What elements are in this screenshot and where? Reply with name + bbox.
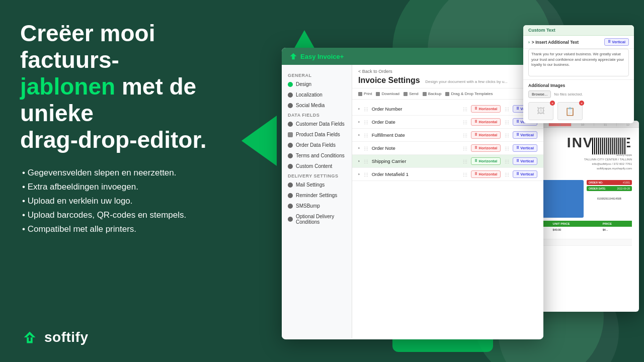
drag-handle-6[interactable] bbox=[364, 172, 368, 176]
tag-horizontal-1[interactable]: ⠿ Horizontal bbox=[471, 105, 501, 113]
tag-horizontal-3[interactable]: ⠿ Horizontal bbox=[471, 131, 501, 139]
tag-vertical-4[interactable]: ⠿ Vertical bbox=[513, 144, 537, 152]
sidebar-item-terms[interactable]: Terms and Conditions bbox=[282, 150, 352, 161]
tag-vertical-6[interactable]: ⠿ Vertical bbox=[513, 170, 537, 178]
tag-horizontal-4[interactable]: ⠿ Horizontal bbox=[471, 144, 501, 152]
field-arrow-1: › bbox=[358, 107, 360, 111]
field-arrow-3: › bbox=[358, 133, 360, 137]
customer-icon bbox=[288, 122, 293, 127]
custom-text-panel: Custom Text › > Insert Additional Text ⠿… bbox=[523, 25, 634, 123]
tag-vertical-5[interactable]: ⠿ Vertical bbox=[513, 157, 537, 165]
field-arrow-4: › bbox=[358, 146, 360, 150]
toolbar-send[interactable]: Send bbox=[404, 92, 419, 96]
drag-handle-2[interactable] bbox=[364, 120, 368, 124]
field-row-order-metafield[interactable]: › Order Metafield 1 ⠿ Horizontal ⠿ Verti… bbox=[352, 168, 543, 181]
sidebar-item-custom[interactable]: Custom Content bbox=[282, 161, 352, 171]
custom-text-insert-label: › > Insert Additional Text bbox=[528, 40, 579, 45]
cell-price-1: $4... bbox=[601, 227, 632, 239]
field-row-order-number[interactable]: › Order Number ⠿ Horizontal ⠿ Vertical bbox=[352, 103, 543, 116]
field-name-order-date: Order Date bbox=[372, 119, 459, 125]
sidebar-item-customer[interactable]: Customer Data Fields bbox=[282, 119, 352, 129]
custom-text-vertical-tag[interactable]: ⠿ Vertical bbox=[604, 38, 629, 46]
dot-grid-4a bbox=[463, 146, 467, 150]
additional-images-section: Additional Images Browse... No files sel… bbox=[523, 79, 634, 123]
order-no-value: #1001 bbox=[623, 181, 630, 184]
sidebar-item-smsbump[interactable]: SMSBump bbox=[282, 201, 352, 211]
product-icon bbox=[288, 132, 293, 137]
sidebar-item-mail[interactable]: Mail Settings bbox=[282, 179, 352, 190]
sidebar-section-general: General bbox=[282, 71, 352, 79]
dot-grid-2b bbox=[505, 120, 509, 124]
back-nav[interactable]: < Back to Orders bbox=[352, 65, 543, 75]
custom-text-header: Custom Text bbox=[523, 25, 634, 36]
thumb-icon-1: 🖼 bbox=[537, 107, 545, 116]
field-row-shipping-carrier[interactable]: › Shipping Carrier ⠿ Horizontal ⠿ Vertic… bbox=[352, 155, 543, 168]
tag-horizontal-5[interactable]: ⠿ Horizontal bbox=[471, 157, 501, 165]
drag-handle-4[interactable] bbox=[364, 146, 368, 150]
delete-image-2[interactable]: × bbox=[579, 101, 584, 106]
toolbar-download[interactable]: Download bbox=[376, 92, 399, 96]
additional-images-label: Additional Images bbox=[528, 83, 629, 88]
order-date-value: 2022-09-28 bbox=[617, 187, 630, 190]
field-row-order-date[interactable]: › Order Date ⠿ Horizontal ⠿ Vertical bbox=[352, 116, 543, 129]
sidebar-item-design[interactable]: Design bbox=[282, 79, 352, 89]
softify-logo: softify bbox=[20, 328, 89, 347]
sidebar-item-delivery-conditions[interactable]: Optional Delivery Conditions bbox=[282, 211, 352, 227]
sidebar-item-social-media[interactable]: Social Media bbox=[282, 100, 352, 111]
order-no-label: ORDER NO: bbox=[589, 181, 603, 184]
thumb-icon-2: 📋 bbox=[565, 107, 575, 116]
field-name-shipping-carrier: Shipping Carrier bbox=[372, 158, 459, 164]
cell-unit-1: $40.00 bbox=[551, 227, 601, 239]
toolbar-print[interactable]: Print bbox=[358, 92, 372, 96]
no-files-label: No files selected. bbox=[554, 92, 583, 97]
mail-icon bbox=[288, 183, 293, 188]
drag-handle-3[interactable] bbox=[364, 133, 368, 137]
dot-grid-4b bbox=[505, 146, 509, 150]
tag-vertical-3[interactable]: ⠿ Vertical bbox=[513, 131, 537, 139]
panel-body: General Design Localization Social Media… bbox=[282, 65, 543, 338]
drag-handle-5[interactable] bbox=[364, 159, 368, 163]
image-thumb-2: 📋 × bbox=[557, 102, 583, 120]
page-title: Invoice Settings Design your document wi… bbox=[358, 76, 537, 85]
sidebar-custom-label: Custom Content bbox=[296, 163, 332, 169]
sidebar-localization-label: Localization bbox=[296, 92, 323, 98]
custom-text-insert-row[interactable]: › > Insert Additional Text ⠿ Vertical bbox=[523, 36, 634, 49]
sidebar-item-order[interactable]: Order Data Fields bbox=[282, 140, 352, 150]
sidebar-customer-label: Customer Data Fields bbox=[296, 121, 345, 127]
custom-text-textarea[interactable]: Thank you for your valued business. We g… bbox=[528, 49, 629, 76]
field-row-order-note[interactable]: › Order Note ⠿ Horizontal ⠿ Vertical bbox=[352, 142, 543, 155]
order-date-label: ORDER DATE: bbox=[589, 187, 606, 190]
col-price: PRICE bbox=[601, 221, 632, 227]
sms-icon bbox=[288, 204, 293, 209]
panel-logo-icon bbox=[289, 52, 298, 61]
sidebar-item-product[interactable]: Product Data Fields bbox=[282, 129, 352, 140]
order-date-row: ORDER DATE: 2022-09-28 bbox=[587, 186, 632, 191]
sidebar-mail-label: Mail Settings bbox=[296, 182, 325, 188]
dot-grid-6b bbox=[505, 172, 509, 176]
delete-image-1[interactable]: × bbox=[550, 101, 555, 106]
field-row-fulfillment-date[interactable]: › Fulfillment Date ⠿ Horizontal ⠿ Vertic… bbox=[352, 129, 543, 142]
drag-handle-1[interactable] bbox=[364, 107, 368, 111]
bullet-item-4: • Upload barcodes, QR-codes en stempels. bbox=[20, 210, 252, 220]
tag-horizontal-2[interactable]: ⠿ Horizontal bbox=[471, 118, 501, 126]
headline-line3: drag-drop-editor. bbox=[20, 127, 207, 153]
dot-grid-2a bbox=[463, 120, 467, 124]
field-arrow-2: › bbox=[358, 120, 360, 124]
sidebar-design-label: Design bbox=[296, 81, 311, 87]
headline: Creëer mooi factuurs- jablonen met de un… bbox=[20, 20, 252, 153]
toolbar-drag-drop[interactable]: Drag & Drop Templates bbox=[445, 92, 493, 96]
download-icon bbox=[376, 92, 380, 96]
social-icon bbox=[288, 103, 293, 108]
toolbar-backup[interactable]: Backup bbox=[423, 92, 442, 96]
dot-grid-5a bbox=[463, 159, 467, 163]
dot-grid-5b bbox=[505, 159, 509, 163]
browse-button[interactable]: Browse... bbox=[528, 90, 551, 98]
dot-grid-3a bbox=[463, 133, 467, 137]
sidebar-item-reminder[interactable]: Reminder Settings bbox=[282, 190, 352, 201]
browse-row: Browse... No files selected. bbox=[528, 90, 629, 98]
sidebar-item-localization[interactable]: Localization bbox=[282, 89, 352, 100]
panel-header: Easy Invoice+ bbox=[282, 48, 543, 65]
tag-horizontal-6[interactable]: ⠿ Horizontal bbox=[471, 170, 501, 178]
dragdrop-icon bbox=[445, 92, 449, 96]
order-box: ORDER NO: #1001 ORDER DATE: 2022-09-28 8… bbox=[587, 180, 632, 218]
